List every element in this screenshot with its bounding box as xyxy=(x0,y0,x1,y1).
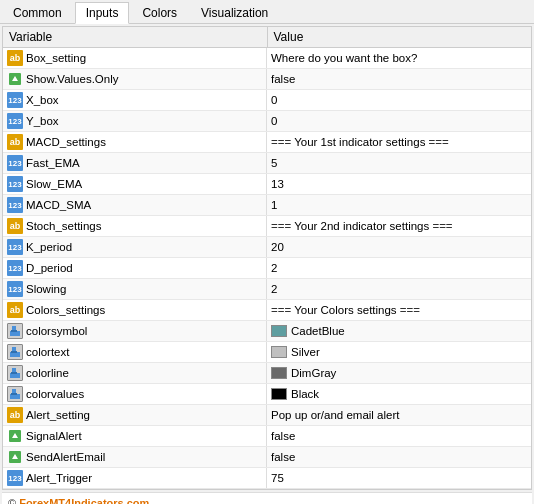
variable-cell: 123K_period xyxy=(3,237,267,257)
ab-icon: ab xyxy=(7,218,23,234)
variable-cell: Show.Values.Only xyxy=(3,69,267,89)
value-cell: 0 xyxy=(267,90,531,111)
table-row: 123Fast_EMA5 xyxy=(3,153,531,174)
value-cell: 2 xyxy=(267,279,531,300)
table-row: SendAlertEmailfalse xyxy=(3,447,531,468)
col-variable: Variable xyxy=(3,27,267,48)
variable-cell: 123Slowing xyxy=(3,279,267,299)
color-icon xyxy=(7,323,23,339)
table-row: colortextSilver xyxy=(3,342,531,363)
ab-icon: ab xyxy=(7,50,23,66)
color-icon xyxy=(7,365,23,381)
arrow-icon xyxy=(7,449,23,465)
value-cell: CadetBlue xyxy=(267,321,531,342)
table-row: 123MACD_SMA1 xyxy=(3,195,531,216)
table-row: 123D_period2 xyxy=(3,258,531,279)
color-name: Silver xyxy=(291,346,320,358)
variable-name: D_period xyxy=(26,262,73,274)
numeric-icon: 123 xyxy=(7,470,23,486)
variable-cell: colorvalues xyxy=(3,384,267,404)
variable-name: Box_setting xyxy=(26,52,86,64)
variable-name: colorvalues xyxy=(26,388,84,400)
variable-name: colortext xyxy=(26,346,69,358)
footer: © ForexMT4Indicators.com xyxy=(2,492,532,504)
table-row: 123Slow_EMA13 xyxy=(3,174,531,195)
tab-visualization[interactable]: Visualization xyxy=(190,2,279,23)
variable-cell: 123MACD_SMA xyxy=(3,195,267,215)
value-cell: false xyxy=(267,69,531,90)
variable-cell: SignalAlert xyxy=(3,426,267,446)
color-swatch xyxy=(271,388,287,400)
color-swatch xyxy=(271,346,287,358)
variable-name: Alert_Trigger xyxy=(26,472,92,484)
variable-name: MACD_settings xyxy=(26,136,106,148)
table-row: 123Slowing2 xyxy=(3,279,531,300)
variable-cell: SendAlertEmail xyxy=(3,447,267,467)
table-row: abColors_settings=== Your Colors setting… xyxy=(3,300,531,321)
variable-cell: colortext xyxy=(3,342,267,362)
tabs-container: CommonInputsColorsVisualization xyxy=(0,0,534,24)
svg-rect-7 xyxy=(11,351,17,353)
variable-name: SignalAlert xyxy=(26,430,82,442)
color-icon xyxy=(7,344,23,360)
numeric-icon: 123 xyxy=(7,281,23,297)
variable-cell: abColors_settings xyxy=(3,300,267,320)
table-container: Variable Value abBox_settingWhere do you… xyxy=(2,26,532,490)
color-name: DimGray xyxy=(291,367,336,379)
variable-cell: abBox_setting xyxy=(3,48,267,68)
variable-cell: colorline xyxy=(3,363,267,383)
numeric-icon: 123 xyxy=(7,155,23,171)
variable-name: Fast_EMA xyxy=(26,157,80,169)
variable-cell: 123Fast_EMA xyxy=(3,153,267,173)
table-row: SignalAlertfalse xyxy=(3,426,531,447)
table-row: 123Y_box0 xyxy=(3,111,531,132)
numeric-icon: 123 xyxy=(7,197,23,213)
table-row: colorsymbolCadetBlue xyxy=(3,321,531,342)
variable-cell: abStoch_settings xyxy=(3,216,267,236)
value-cell: DimGray xyxy=(267,363,531,384)
table-row: 123K_period20 xyxy=(3,237,531,258)
variable-cell: 123Y_box xyxy=(3,111,267,131)
variable-name: Stoch_settings xyxy=(26,220,101,232)
numeric-icon: 123 xyxy=(7,239,23,255)
tab-common[interactable]: Common xyxy=(2,2,73,23)
table-row: abMACD_settings=== Your 1st indicator se… xyxy=(3,132,531,153)
tab-inputs[interactable]: Inputs xyxy=(75,2,130,24)
variable-name: Slowing xyxy=(26,283,66,295)
color-icon xyxy=(7,386,23,402)
value-cell: 20 xyxy=(267,237,531,258)
variable-name: Colors_settings xyxy=(26,304,105,316)
variable-cell: 123Slow_EMA xyxy=(3,174,267,194)
numeric-icon: 123 xyxy=(7,260,23,276)
color-swatch xyxy=(271,367,287,379)
variable-name: Alert_setting xyxy=(26,409,90,421)
value-cell: 5 xyxy=(267,153,531,174)
variable-name: Show.Values.Only xyxy=(26,73,118,85)
variable-cell: colorsymbol xyxy=(3,321,267,341)
variable-cell: abMACD_settings xyxy=(3,132,267,152)
value-cell: false xyxy=(267,426,531,447)
value-cell: Black xyxy=(267,384,531,405)
table-row: Show.Values.Onlyfalse xyxy=(3,69,531,90)
value-cell: Silver xyxy=(267,342,531,363)
variable-name: Slow_EMA xyxy=(26,178,82,190)
color-name: CadetBlue xyxy=(291,325,345,337)
arrow-icon xyxy=(7,428,23,444)
ab-icon: ab xyxy=(7,134,23,150)
svg-rect-4 xyxy=(11,330,17,332)
variable-name: colorline xyxy=(26,367,69,379)
svg-rect-10 xyxy=(11,372,17,374)
tab-colors[interactable]: Colors xyxy=(131,2,188,23)
value-cell: === Your 2nd indicator settings === xyxy=(267,216,531,237)
value-cell: 13 xyxy=(267,174,531,195)
value-cell: === Your Colors settings === xyxy=(267,300,531,321)
variable-cell: 123Alert_Trigger xyxy=(3,468,267,488)
variable-name: X_box xyxy=(26,94,59,106)
variable-name: SendAlertEmail xyxy=(26,451,105,463)
value-cell: === Your 1st indicator settings === xyxy=(267,132,531,153)
svg-rect-13 xyxy=(11,393,17,395)
value-cell: 0 xyxy=(267,111,531,132)
variable-name: K_period xyxy=(26,241,72,253)
variable-name: MACD_SMA xyxy=(26,199,91,211)
numeric-icon: 123 xyxy=(7,113,23,129)
